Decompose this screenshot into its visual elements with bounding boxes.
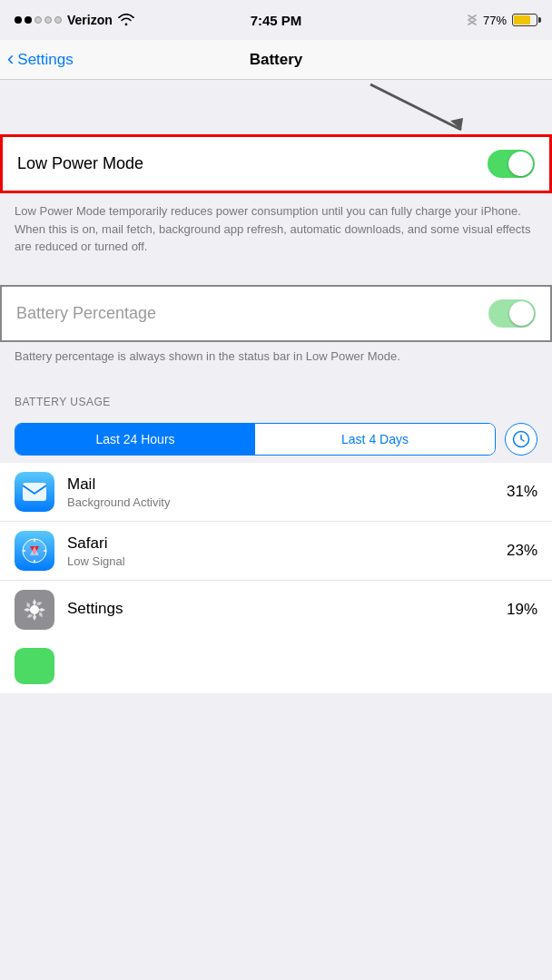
mail-app-sub: Background Activity — [67, 495, 507, 509]
page-title: Battery — [250, 51, 303, 69]
settings-app-icon — [15, 590, 54, 630]
status-right: 77% — [467, 12, 537, 28]
mail-app-pct: 31% — [507, 483, 537, 501]
table-row: Safari Low Signal 23% — [0, 522, 552, 581]
status-left: Verizon — [15, 13, 134, 27]
safari-app-icon — [15, 531, 54, 571]
seg-4d-button[interactable]: Last 4 Days — [255, 424, 495, 455]
wifi-icon — [118, 14, 134, 26]
low-power-mode-row: Low Power Mode — [0, 134, 552, 193]
table-row: Mail Background Activity 31% — [0, 463, 552, 522]
svg-line-0 — [370, 84, 461, 130]
segmented-control: Last 24 Hours Last 4 Days — [15, 423, 537, 456]
battery-usage-header: BATTERY USAGE — [0, 377, 552, 416]
status-time: 7:45 PM — [251, 13, 302, 28]
table-row: Settings 19% — [0, 581, 552, 639]
battery-fill — [514, 15, 530, 24]
arrow-annotation — [0, 80, 552, 134]
carrier-label: Verizon — [67, 13, 113, 27]
safari-icon — [21, 537, 48, 564]
mail-app-info: Mail Background Activity — [67, 475, 507, 509]
clock-button[interactable] — [505, 423, 537, 456]
signal-dot-1 — [15, 16, 22, 24]
mail-app-icon — [15, 472, 54, 512]
svg-rect-3 — [23, 483, 46, 501]
safari-app-info: Safari Low Signal — [67, 534, 507, 568]
back-chevron-icon: ‹ — [7, 49, 14, 69]
toggle-knob — [508, 152, 533, 176]
settings-gear-icon — [22, 597, 47, 622]
svg-point-12 — [30, 605, 39, 614]
back-label: Settings — [17, 51, 73, 69]
partial-app-icon — [15, 648, 54, 684]
seg-group: Last 24 Hours Last 4 Days — [15, 423, 496, 456]
battery-percentage-toggle[interactable] — [488, 299, 536, 328]
low-power-mode-label: Low Power Mode — [17, 154, 143, 173]
table-row — [0, 639, 552, 693]
battery-percentage-description: Battery percentage is always shown in th… — [0, 342, 552, 378]
signal-dot-4 — [44, 16, 52, 24]
low-power-mode-toggle[interactable] — [488, 150, 535, 178]
settings-app-pct: 19% — [507, 601, 537, 619]
battery-percentage-section: Battery Percentage — [0, 285, 552, 342]
settings-app-name: Settings — [67, 600, 507, 618]
safari-app-name: Safari — [67, 534, 507, 553]
clock-icon — [512, 430, 530, 448]
battery-percentage-label: Battery Percentage — [16, 304, 156, 323]
bluetooth-icon — [467, 12, 478, 28]
battery-percentage-row: Battery Percentage — [2, 287, 550, 340]
nav-bar: ‹ Settings Battery — [0, 40, 552, 80]
signal-dot-3 — [34, 16, 42, 24]
battery-percent-label: 77% — [483, 14, 507, 27]
signal-dots — [15, 16, 62, 24]
mail-app-name: Mail — [67, 475, 507, 494]
battery-icon — [512, 14, 537, 26]
arrow-icon — [316, 80, 498, 134]
settings-app-info: Settings — [67, 600, 507, 620]
battery-pct-toggle-knob — [509, 301, 534, 326]
back-button[interactable]: ‹ Settings — [7, 51, 74, 69]
status-bar: Verizon 7:45 PM 77% — [0, 0, 552, 40]
app-list: Mail Background Activity 31% Safari Low … — [0, 463, 552, 639]
mail-icon — [22, 482, 47, 502]
seg-24h-button[interactable]: Last 24 Hours — [15, 424, 255, 455]
low-power-mode-description: Low Power Mode temporarily reduces power… — [0, 193, 552, 270]
safari-app-pct: 23% — [507, 542, 537, 560]
safari-app-sub: Low Signal — [67, 554, 507, 568]
signal-dot-2 — [25, 16, 32, 24]
signal-dot-5 — [54, 16, 62, 24]
